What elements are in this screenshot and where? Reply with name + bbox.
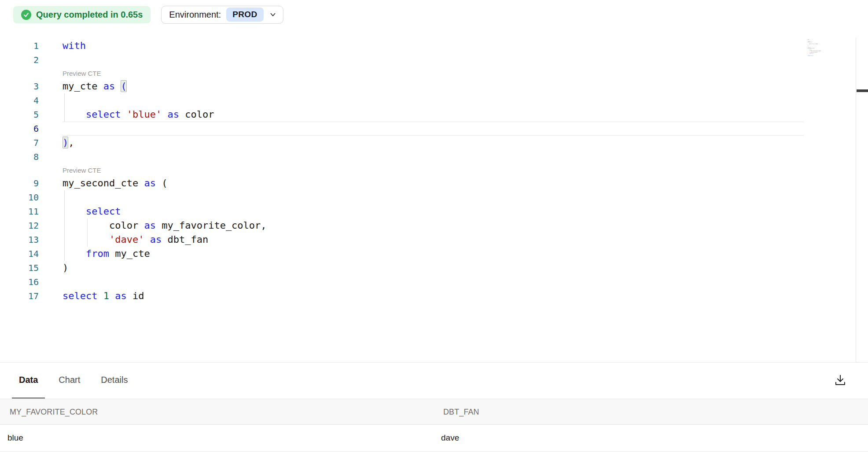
minimap[interactable]: withPreview CTEmy_cte as ( select 'blue'…: [808, 39, 854, 62]
results-panel: DataChartDetails MY_FAVORITE_COLORDBT_FA…: [0, 362, 868, 452]
code-token: 'dave': [109, 234, 144, 245]
topbar: Query completed in 0.65s Environment: PR…: [0, 0, 868, 29]
code-line[interactable]: select 'blue' as color: [63, 107, 804, 122]
download-icon[interactable]: [833, 373, 847, 387]
code-line[interactable]: ): [63, 261, 804, 275]
code-token: my_second_cte: [63, 178, 144, 189]
code-token: [144, 234, 150, 245]
code-line[interactable]: 'dave' as dbt_fan: [63, 233, 804, 247]
code-editor[interactable]: 1234567891011121314151617 withPreview CT…: [0, 29, 868, 362]
results-table-header: MY_FAVORITE_COLORDBT_FAN: [0, 399, 868, 425]
code-token: as: [115, 290, 127, 301]
code-token: as: [103, 81, 115, 92]
code-line[interactable]: my_cte as (: [63, 79, 804, 93]
code-line[interactable]: my_second_cte as (: [63, 176, 804, 190]
code-token: ,: [68, 137, 74, 148]
tab-chart[interactable]: Chart: [51, 363, 87, 399]
code-token: [63, 234, 109, 245]
line-number: 7: [0, 136, 39, 150]
code-line[interactable]: from my_cte: [63, 247, 804, 261]
code-token: [115, 81, 121, 92]
code-token: as: [144, 220, 156, 231]
line-number: 5: [0, 107, 39, 122]
code-token: as: [150, 234, 162, 245]
check-circle-icon: [21, 10, 31, 20]
table-cell: blue: [0, 433, 434, 443]
code-token: dbt_fan: [814, 52, 817, 52]
line-number: 13: [0, 233, 39, 247]
code-line[interactable]: [63, 122, 804, 136]
scrollbar-thumb[interactable]: [857, 89, 868, 92]
tab-details[interactable]: Details: [94, 363, 135, 399]
line-number: 15: [0, 261, 39, 275]
code-line[interactable]: select 1 as id: [808, 55, 854, 56]
code-line[interactable]: [63, 150, 804, 164]
code-token: color: [815, 43, 817, 44]
line-number: 1: [0, 39, 39, 53]
code-line[interactable]: select: [63, 204, 804, 219]
line-number: 11: [0, 204, 39, 219]
line-number: 3: [0, 79, 39, 93]
line-number: 6: [0, 122, 39, 136]
code-token: (: [814, 48, 815, 49]
code-token: (: [156, 178, 168, 189]
code-token: my_cte: [811, 52, 813, 53]
chevron-down-icon: [269, 11, 277, 19]
code-token: select: [86, 109, 121, 120]
code-line[interactable]: [63, 53, 804, 67]
code-token: as: [167, 109, 179, 120]
code-line[interactable]: ),: [63, 136, 804, 150]
code-line[interactable]: [63, 275, 804, 289]
line-number: 2: [0, 53, 39, 67]
column-header: MY_FAVORITE_COLOR: [0, 407, 434, 417]
indent-guide: [64, 190, 65, 261]
sql-ide-app: Query completed in 0.65s Environment: PR…: [0, 0, 868, 452]
scrollbar-track: [856, 37, 856, 362]
code-content[interactable]: withPreview CTEmy_cte as ( select 'blue'…: [63, 39, 804, 303]
code-token: 1: [103, 290, 109, 301]
gutter-widget-gap: [0, 67, 39, 79]
code-line[interactable]: select 1 as id: [63, 289, 804, 303]
code-token: my_second_cte: [808, 48, 813, 49]
code-line[interactable]: [63, 93, 804, 107]
preview-cte-button[interactable]: Preview CTE: [63, 164, 804, 176]
code-token: dbt_fan: [162, 234, 208, 245]
preview-cte-button[interactable]: Preview CTE: [63, 67, 804, 79]
environment-selector[interactable]: Environment: PROD: [161, 6, 283, 24]
results-tabs: DataChartDetails: [0, 363, 868, 399]
environment-label: Environment:: [169, 10, 221, 20]
line-number: 14: [0, 247, 39, 261]
gutter-widget-gap: [0, 164, 39, 176]
code-token: select: [63, 290, 97, 301]
line-number: 10: [0, 190, 39, 204]
query-status-text: Query completed in 0.65s: [36, 10, 143, 20]
code-token: with: [808, 39, 809, 40]
line-number: 9: [0, 176, 39, 190]
code-token: ): [63, 262, 68, 273]
column-header-label: MY_FAVORITE_COLOR: [10, 407, 98, 417]
code-token: select: [86, 206, 121, 217]
code-token: color: [63, 220, 144, 231]
code-token: from: [86, 248, 109, 259]
results-table-body: bluedave: [0, 425, 868, 452]
code-line[interactable]: [63, 190, 804, 204]
code-content[interactable]: withPreview CTEmy_cte as ( select 'blue'…: [808, 39, 854, 56]
code-token: my_favorite_color,: [156, 220, 267, 231]
code-token: [121, 109, 126, 120]
table-row: bluedave: [0, 425, 868, 452]
line-number: 4: [0, 93, 39, 107]
matched-bracket: (: [121, 80, 126, 92]
matched-bracket: ): [63, 137, 68, 148]
tab-data[interactable]: Data: [12, 363, 45, 399]
environment-value-badge: PROD: [226, 7, 264, 22]
line-number: 16: [0, 275, 39, 289]
line-number-gutter: 1234567891011121314151617: [0, 39, 39, 303]
code-line[interactable]: color as my_favorite_color,: [63, 219, 804, 233]
code-token: [63, 206, 86, 217]
indent-guide: [64, 93, 65, 122]
line-number: 17: [0, 289, 39, 303]
code-token: [63, 109, 86, 120]
code-token: id: [127, 290, 144, 301]
code-line[interactable]: with: [63, 39, 804, 53]
matched-bracket: (: [812, 41, 812, 42]
